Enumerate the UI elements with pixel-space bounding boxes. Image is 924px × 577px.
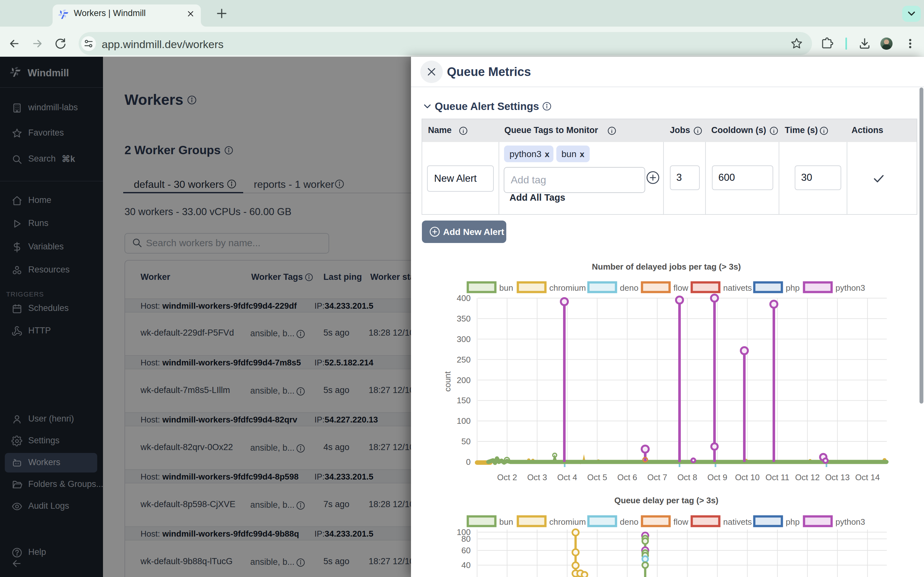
svg-text:300: 300 (457, 334, 471, 344)
svg-text:deno: deno (620, 517, 638, 527)
svg-text:Oct 14: Oct 14 (855, 472, 880, 482)
svg-text:python3: python3 (835, 517, 865, 527)
svg-text:0: 0 (466, 457, 471, 467)
svg-text:40: 40 (461, 560, 471, 570)
svg-text:Oct 7: Oct 7 (648, 472, 667, 482)
svg-text:Oct 8: Oct 8 (677, 472, 697, 482)
svg-text:count: count (443, 371, 452, 392)
svg-text:bun: bun (499, 283, 513, 293)
svg-text:python3: python3 (835, 283, 865, 293)
svg-text:150: 150 (457, 396, 471, 405)
svg-text:Oct 12: Oct 12 (795, 472, 820, 482)
svg-text:100: 100 (457, 416, 471, 426)
svg-text:350: 350 (457, 314, 471, 324)
svg-text:chromium: chromium (549, 283, 586, 293)
svg-text:50: 50 (461, 437, 471, 446)
svg-text:400: 400 (457, 293, 471, 303)
svg-text:Oct 9: Oct 9 (708, 472, 727, 482)
svg-text:Oct 2: Oct 2 (497, 472, 517, 482)
svg-text:Oct 3: Oct 3 (527, 472, 547, 482)
svg-text:bun: bun (499, 517, 513, 527)
svg-text:nativets: nativets (723, 283, 752, 293)
svg-text:250: 250 (457, 355, 471, 364)
svg-text:Oct 4: Oct 4 (557, 472, 577, 482)
svg-text:flow: flow (674, 517, 688, 527)
svg-text:Queue delay per tag (> 3s): Queue delay per tag (> 3s) (614, 496, 718, 505)
svg-text:Oct 5: Oct 5 (587, 472, 607, 482)
svg-text:flow: flow (674, 283, 688, 293)
svg-text:60: 60 (461, 546, 471, 555)
svg-text:80: 80 (461, 534, 471, 544)
svg-text:deno: deno (620, 283, 638, 293)
svg-text:Number of delayed jobs per tag: Number of delayed jobs per tag (> 3s) (592, 262, 741, 271)
svg-text:nativets: nativets (723, 517, 752, 527)
svg-text:Oct 10: Oct 10 (735, 472, 760, 482)
svg-text:php: php (786, 283, 800, 293)
svg-text:Oct 11: Oct 11 (766, 472, 790, 482)
svg-text:php: php (786, 517, 800, 527)
svg-text:Oct 6: Oct 6 (617, 472, 637, 482)
svg-text:200: 200 (457, 376, 471, 385)
svg-text:Oct 13: Oct 13 (825, 472, 850, 482)
svg-text:chromium: chromium (549, 517, 586, 527)
